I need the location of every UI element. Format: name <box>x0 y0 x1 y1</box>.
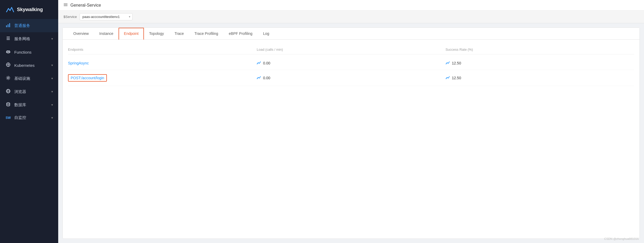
kubernetes-icon <box>5 62 11 68</box>
filter-bar: $Service paas-acccountItestIenv1 ▾ <box>58 11 644 23</box>
sidebar-item-kubernetes[interactable]: Kubernetes ▾ <box>0 59 58 72</box>
sidebar: Skywalking 普通服务 服务网格 ▾ Functions Kuberne… <box>0 0 58 243</box>
endpoint-link-post-login[interactable]: POST:/account/login <box>68 74 107 82</box>
cloud-icon <box>5 49 11 55</box>
table-row: SpringAsync 0.00 12.50 <box>68 57 634 70</box>
tab-bar: Overview Instance Endpoint Topology Trac… <box>63 28 640 40</box>
chevron-down-icon: ▾ <box>51 116 53 120</box>
chart-icon <box>5 23 11 29</box>
chevron-down-icon: ▾ <box>51 77 53 80</box>
table-row: POST:/account/login 0.00 12.50 <box>68 70 634 86</box>
page-title: General-Service <box>70 3 101 8</box>
chevron-down-icon: ▾ <box>51 37 53 41</box>
sidebar-item-infrastructure[interactable]: 基础设施 ▾ <box>0 72 58 85</box>
sidebar-item-general-service[interactable]: 普通服务 <box>0 19 58 32</box>
sidebar-item-database[interactable]: 数据库 ▾ <box>0 98 58 111</box>
svg-point-16 <box>7 77 9 79</box>
trend-up-icon <box>446 76 450 80</box>
tab-endpoint[interactable]: Endpoint <box>119 28 144 40</box>
sw-icon: SW <box>5 116 11 120</box>
endpoint-table: Endpoints Load (calls / min) Success Rat… <box>63 40 640 91</box>
tab-trace-profiling[interactable]: Trace Profiling <box>189 28 224 39</box>
svg-point-20 <box>7 103 10 104</box>
svg-rect-0 <box>5 5 15 14</box>
sidebar-item-browser[interactable]: 浏览器 ▾ <box>0 85 58 98</box>
success-rate-value-1: 12.50 <box>452 61 461 65</box>
logo-text: Skywalking <box>17 7 43 12</box>
success-rate-cell-2: 12.50 <box>446 76 634 80</box>
trend-up-icon <box>257 76 261 80</box>
service-select[interactable]: paas-acccountItestIenv1 <box>80 13 133 20</box>
tab-overview[interactable]: Overview <box>68 28 94 39</box>
load-value-1: 0.00 <box>263 61 270 65</box>
table-header: Endpoints Load (calls / min) Success Rat… <box>68 45 634 54</box>
col-header-load: Load (calls / min) <box>257 48 445 52</box>
success-rate-cell-1: 12.50 <box>446 61 634 66</box>
browser-icon <box>5 89 11 95</box>
endpoint-link-springasync[interactable]: SpringAsync <box>68 61 89 65</box>
svg-rect-2 <box>8 24 8 27</box>
settings-icon <box>5 76 11 81</box>
tab-topology[interactable]: Topology <box>144 28 169 39</box>
content-panel: Overview Instance Endpoint Topology Trac… <box>62 27 640 239</box>
tab-log[interactable]: Log <box>258 28 274 39</box>
svg-rect-22 <box>64 4 67 5</box>
sidebar-item-label-self-monitor: 自监控 <box>14 115 48 120</box>
load-cell-2: 0.00 <box>257 76 445 80</box>
svg-rect-21 <box>64 3 67 4</box>
main-content: General-Service $Service paas-acccountIt… <box>58 0 644 243</box>
page-header: General-Service <box>58 0 644 11</box>
endpoint-cell-2[interactable]: POST:/account/login <box>68 74 257 82</box>
tab-trace[interactable]: Trace <box>169 28 189 39</box>
chevron-down-icon: ▾ <box>51 103 53 107</box>
load-value-2: 0.00 <box>263 76 270 80</box>
svg-rect-1 <box>6 25 7 27</box>
sidebar-item-label-kubernetes: Kubernetes <box>14 63 48 68</box>
sidebar-item-functions[interactable]: Functions <box>0 45 58 59</box>
sidebar-item-label-database: 数据库 <box>14 102 48 108</box>
tab-ebpf-profiling[interactable]: eBPF Profiling <box>224 28 258 39</box>
service-filter-label: $Service <box>64 15 77 19</box>
sidebar-item-label-general-service: 普通服务 <box>14 23 53 28</box>
trend-up-icon <box>446 61 450 66</box>
svg-rect-3 <box>9 23 10 27</box>
success-rate-value-2: 12.50 <box>452 76 461 80</box>
col-header-endpoints: Endpoints <box>68 48 257 52</box>
chevron-down-icon: ▾ <box>51 63 53 67</box>
chevron-down-icon: ▾ <box>51 90 53 94</box>
sidebar-item-self-monitor[interactable]: SW 自监控 ▾ <box>0 111 58 124</box>
mesh-icon <box>5 36 11 42</box>
skywalking-logo-icon <box>5 5 15 14</box>
tab-instance[interactable]: Instance <box>94 28 119 39</box>
endpoint-cell-1[interactable]: SpringAsync <box>68 61 257 66</box>
logo: Skywalking <box>0 0 58 19</box>
watermark: CSDN @zhonghua881016 <box>604 237 639 240</box>
load-cell-1: 0.00 <box>257 61 445 66</box>
sidebar-item-label-browser: 浏览器 <box>14 89 48 94</box>
breadcrumb-icon <box>64 3 68 8</box>
sidebar-item-service-mesh[interactable]: 服务网格 ▾ <box>0 32 58 45</box>
sidebar-item-label-functions: Functions <box>14 50 53 54</box>
col-header-success-rate: Success Rate (%) <box>446 48 634 52</box>
svg-point-11 <box>8 64 9 65</box>
sidebar-item-label-service-mesh: 服务网格 <box>14 36 48 41</box>
svg-rect-23 <box>64 6 67 6</box>
service-select-wrapper[interactable]: paas-acccountItestIenv1 ▾ <box>80 13 133 20</box>
sidebar-item-label-infrastructure: 基础设施 <box>14 76 48 81</box>
database-icon <box>5 102 11 108</box>
trend-up-icon <box>257 61 261 66</box>
